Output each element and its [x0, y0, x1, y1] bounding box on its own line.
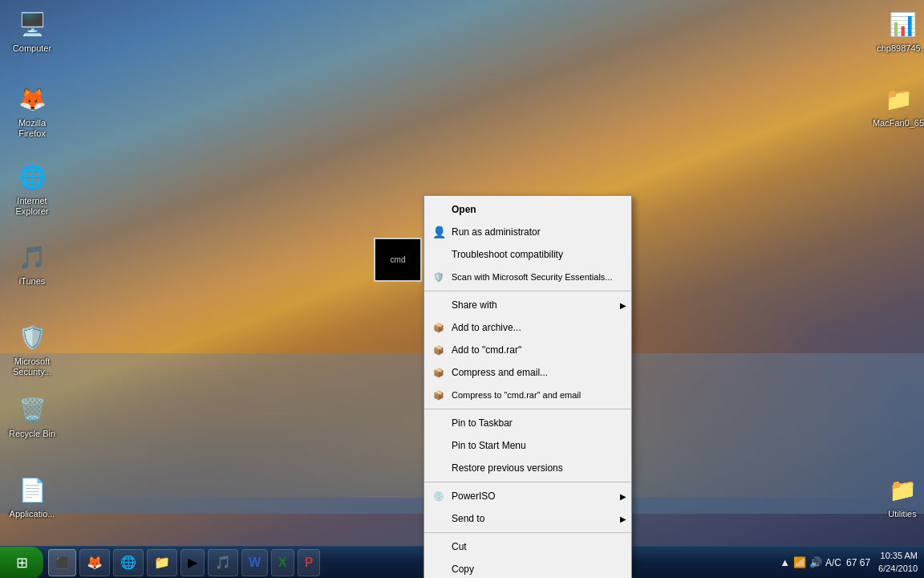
chp-icon: 📊	[886, 8, 918, 40]
taskbar-btn-folder[interactable]: 📁	[147, 549, 177, 576]
menu-run-admin-label: Run as administrator	[452, 226, 541, 238]
folder-taskbar-icon: 📁	[154, 555, 170, 570]
menu-item-compress-email[interactable]: 📦 Compress and email...	[424, 361, 631, 384]
desktop-icon-recycle-bin[interactable]: 🗑️ Recycle Bin	[4, 393, 60, 439]
firefox-label: Mozilla Firefox	[4, 118, 60, 139]
menu-item-run-admin[interactable]: 👤 Run as administrator	[424, 221, 631, 243]
desktop-icon-apps[interactable]: 📄 Applicatio...	[4, 474, 60, 519]
menu-copy-label: Copy	[452, 564, 474, 575]
menu-item-send-to[interactable]: Send to ▶	[424, 507, 631, 530]
tray-icon-1[interactable]: ▲	[780, 556, 790, 568]
share-icon	[431, 297, 447, 313]
itunes-icon: 🎵	[16, 241, 48, 273]
temp-label: 67 67	[846, 557, 870, 568]
run-admin-icon: 👤	[431, 224, 447, 240]
taskbar-btn-cmd[interactable]: ⬛	[48, 549, 76, 576]
send-to-icon	[431, 511, 447, 527]
taskbar-btn-itunes[interactable]: 🎵	[208, 549, 238, 576]
scan-icon: 🛡️	[431, 269, 447, 285]
recycle-bin-icon: 🗑️	[16, 393, 48, 425]
start-button[interactable]: ⊞	[0, 547, 43, 579]
computer-label: Computer	[13, 43, 51, 54]
ie-taskbar-icon: 🌐	[120, 555, 136, 570]
macfan-icon: 📁	[882, 83, 914, 115]
separator-3	[424, 482, 631, 482]
menu-item-add-cmd-rar[interactable]: 📦 Add to "cmd.rar"	[424, 339, 631, 361]
desktop-icon-utilities[interactable]: 📁 Utilities	[874, 474, 924, 519]
separator-2	[424, 409, 631, 409]
send-to-arrow-icon: ▶	[620, 515, 626, 523]
system-tray: ▲ 📶 🔊 A/C 67 67 10:35 AM 6/24/2010	[773, 547, 924, 578]
firefox-icon: 🦊	[16, 83, 48, 115]
apps-label: Applicatio...	[10, 509, 55, 519]
word-taskbar-icon: W	[249, 556, 261, 570]
menu-compress-email-label: Compress and email...	[452, 367, 548, 378]
desktop-icon-itunes[interactable]: 🎵 iTunes	[4, 241, 60, 287]
menu-item-pin-taskbar[interactable]: Pin to Taskbar	[424, 412, 631, 434]
menu-item-share[interactable]: Share with ▶	[424, 294, 631, 316]
copy-icon	[431, 561, 447, 577]
apps-icon: 📄	[16, 474, 48, 506]
menu-send-to-label: Send to	[452, 513, 484, 524]
taskbar-btn-powerpoint[interactable]: P	[298, 549, 321, 576]
menu-item-add-archive[interactable]: 📦 Add to archive...	[424, 316, 631, 339]
ac-label: A/C	[825, 557, 841, 568]
menu-item-restore[interactable]: Restore previous versions	[424, 457, 631, 479]
separator-1	[424, 291, 631, 291]
menu-item-compress-cmd-email[interactable]: 📦 Compress to "cmd.rar" and email	[424, 384, 631, 406]
clock-time: 10:35 AM	[878, 550, 918, 562]
menu-item-copy[interactable]: Copy	[424, 558, 631, 578]
desktop-icon-computer[interactable]: 🖥️ Computer	[4, 8, 60, 54]
recycle-bin-label: Recycle Bin	[9, 429, 55, 439]
desktop-icon-security[interactable]: 🛡️ Microsoft Security...	[4, 321, 60, 377]
menu-item-scan[interactable]: 🛡️ Scan with Microsoft Security Essentia…	[424, 266, 631, 288]
tray-volume-icon[interactable]: 🔊	[809, 556, 822, 568]
compress-cmd-email-icon: 📦	[431, 387, 447, 403]
security-icon: 🛡️	[16, 321, 48, 353]
start-icon: ⊞	[16, 554, 28, 572]
security-label: Microsoft Security...	[4, 356, 60, 377]
taskbar-btn-excel[interactable]: X	[271, 549, 294, 576]
taskbar-btn-wmp[interactable]: ▶	[180, 549, 205, 576]
menu-pin-taskbar-label: Pin to Taskbar	[452, 417, 513, 429]
open-icon	[431, 201, 447, 218]
menu-item-poweriso[interactable]: 💿 PowerISO ▶	[424, 485, 631, 507]
menu-pin-start-label: Pin to Start Menu	[452, 440, 526, 451]
menu-cut-label: Cut	[452, 541, 467, 552]
desktop-icon-firefox[interactable]: 🦊 Mozilla Firefox	[4, 83, 60, 139]
restore-icon	[431, 460, 447, 476]
desktop-icon-chp[interactable]: 📊 chp898745...	[874, 8, 924, 54]
desktop-icon-macfan[interactable]: 📁 MacFan0_65	[870, 83, 924, 128]
menu-item-troubleshoot[interactable]: Troubleshoot compatibility	[424, 243, 631, 266]
menu-item-cut[interactable]: Cut	[424, 535, 631, 558]
powerpoint-taskbar-icon: P	[305, 556, 314, 570]
taskbar-btn-firefox[interactable]: 🦊	[79, 549, 110, 576]
menu-add-archive-label: Add to archive...	[452, 322, 521, 333]
taskbar-btn-word[interactable]: W	[241, 549, 268, 576]
menu-item-pin-start[interactable]: Pin to Start Menu	[424, 434, 631, 457]
wmp-taskbar-icon: ▶	[188, 555, 197, 570]
excel-taskbar-icon: X	[278, 556, 287, 570]
desktop-icon-ie[interactable]: 🌐 Internet Explorer	[4, 161, 60, 217]
chp-label: chp898745...	[877, 43, 924, 54]
itunes-taskbar-icon: 🎵	[215, 555, 231, 570]
menu-item-open[interactable]: Open	[424, 198, 631, 221]
taskbar-btn-ie[interactable]: 🌐	[113, 549, 144, 576]
menu-open-label: Open	[452, 204, 476, 215]
troubleshoot-icon	[431, 246, 447, 263]
menu-share-label: Share with	[452, 299, 497, 311]
computer-icon: 🖥️	[16, 8, 48, 40]
menu-restore-label: Restore previous versions	[452, 462, 563, 474]
tray-network-icon[interactable]: 📶	[793, 556, 806, 568]
utilities-label: Utilities	[888, 509, 916, 519]
add-cmd-rar-icon: 📦	[431, 342, 447, 358]
macfan-label: MacFan0_65	[873, 118, 924, 128]
ie-icon: 🌐	[16, 161, 48, 193]
menu-add-cmd-rar-label: Add to "cmd.rar"	[452, 344, 521, 356]
pin-taskbar-icon	[431, 415, 447, 431]
firefox-taskbar-icon: 🦊	[87, 555, 103, 570]
clock[interactable]: 10:35 AM 6/24/2010	[878, 550, 918, 575]
pin-start-icon	[431, 438, 447, 454]
context-menu: Open 👤 Run as administrator Troubleshoot…	[424, 195, 632, 578]
cmd-preview	[374, 238, 422, 282]
